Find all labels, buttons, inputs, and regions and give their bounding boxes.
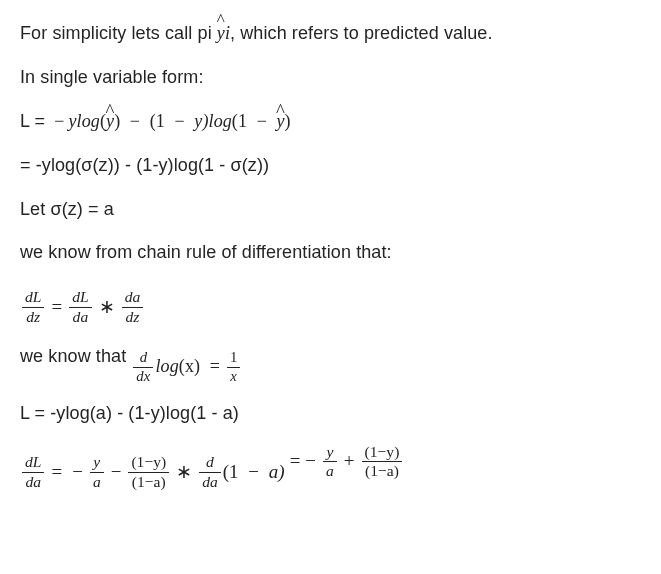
op-eq-logx: = bbox=[200, 356, 225, 376]
op-neg: − bbox=[50, 111, 68, 131]
num-y: y bbox=[90, 454, 104, 472]
op-eq-chain: = bbox=[46, 294, 67, 321]
den-1ma: (1−a) bbox=[128, 473, 169, 490]
para-dlogx: we know that d dx log(x) = 1 x bbox=[20, 343, 641, 384]
frac-dL-da2: dL da bbox=[22, 454, 44, 490]
den-da: da bbox=[69, 308, 91, 325]
yhat-1: y bbox=[106, 108, 114, 136]
frac-d-dx: d dx bbox=[133, 350, 153, 384]
text-weknow: we know that bbox=[20, 346, 131, 366]
op-minus-1: − bbox=[120, 111, 149, 131]
eq-dL-da: dL da = − y a − (1−y) (1−a) ∗ d da (1 − … bbox=[20, 454, 285, 490]
para-single-var: In single variable form: bbox=[20, 64, 641, 92]
frac-dL-dz: dL dz bbox=[22, 289, 44, 325]
eq-loss-def: L = −ylog(y) − (1 − y)log(1 − y) bbox=[20, 108, 641, 136]
hat-y: y bbox=[217, 20, 225, 48]
den-dx: dx bbox=[133, 368, 153, 385]
frac-da-dz: da dz bbox=[122, 289, 144, 325]
frac-y-a-2: y a bbox=[323, 444, 337, 480]
op-ast-dlda: ∗ bbox=[171, 459, 197, 486]
seg-ylog2: y)log bbox=[194, 111, 231, 131]
num-dL: dL bbox=[22, 289, 44, 307]
hat-y-base: y bbox=[217, 23, 225, 43]
open-1my: (1 bbox=[150, 111, 165, 131]
num-1my: (1−y) bbox=[128, 454, 169, 472]
seg-log: log bbox=[155, 356, 178, 376]
close-paren-2: ) bbox=[285, 111, 291, 131]
frac-d-da: d da bbox=[199, 454, 221, 490]
op-minus-dlda: − bbox=[106, 459, 127, 486]
close-1ma: a) bbox=[269, 461, 285, 482]
op-minus-inner: − bbox=[165, 111, 194, 131]
op-neg-dlda: − bbox=[67, 459, 88, 486]
den-da3: da bbox=[199, 473, 221, 490]
math-yhat-i: yi bbox=[217, 23, 230, 43]
den-da2: da bbox=[22, 473, 44, 490]
den-dz: dz bbox=[22, 308, 44, 325]
num-dL3: dL bbox=[22, 454, 44, 472]
para-let-sigma-a: Let σ(z) = a bbox=[20, 196, 641, 224]
seg-paren-x: (x) bbox=[179, 356, 200, 376]
num-da: da bbox=[122, 289, 144, 307]
op-eq-dlda: = bbox=[46, 459, 67, 486]
den-1ma2: (1−a) bbox=[362, 462, 403, 479]
eq-chain-rule: dL dz = dL da ∗ da dz bbox=[20, 289, 145, 325]
eq-loss-sigma: = -ylog(σ(z)) - (1-y)log(1 - σ(z)) bbox=[20, 152, 641, 180]
text-pre: For simplicity lets call pi bbox=[20, 23, 217, 43]
frac-1my-1ma: (1−y) (1−a) bbox=[128, 454, 169, 490]
text-post: , which refers to predicted value. bbox=[230, 23, 493, 43]
num-1my2: (1−y) bbox=[362, 444, 403, 462]
op-minus-2: − bbox=[247, 111, 276, 131]
num-1: 1 bbox=[227, 350, 240, 368]
den-dz2: dz bbox=[122, 308, 144, 325]
num-dL2: dL bbox=[69, 289, 91, 307]
num-d: d bbox=[133, 350, 153, 368]
eq1-body: −ylog(y) − (1 − y)log(1 − y) bbox=[50, 111, 290, 131]
den-a: a bbox=[90, 473, 104, 490]
para-chain-rule: we know from chain rule of differentiati… bbox=[20, 239, 641, 267]
seg-1ma: (1 − a) bbox=[223, 459, 285, 486]
den-x: x bbox=[227, 368, 240, 385]
eq1-lead: L = bbox=[20, 111, 50, 131]
yhat-2-base: y bbox=[276, 111, 284, 131]
seg-logx: log(x) = bbox=[155, 353, 224, 381]
den-a2: a bbox=[323, 462, 337, 479]
open-paren-2: (1 bbox=[232, 111, 247, 131]
para-simplicity: For simplicity lets call pi yi, which re… bbox=[20, 20, 641, 48]
open-1ma: (1 bbox=[223, 461, 239, 482]
num-y2: y bbox=[323, 444, 337, 462]
frac-1-x: 1 x bbox=[227, 350, 240, 384]
frac-dL-da: dL da bbox=[69, 289, 91, 325]
eq-L-in-a: L = -ylog(a) - (1-y)log(1 - a) bbox=[20, 400, 641, 428]
op-plus-eq4: + bbox=[339, 448, 360, 475]
op-neg-eq4: − bbox=[300, 448, 321, 475]
eq4-eq: = bbox=[290, 448, 301, 475]
num-d2: d bbox=[199, 454, 221, 472]
frac-1my-1ma-2: (1−y) (1−a) bbox=[362, 444, 403, 480]
eq-dL-da-simplified: = − y a + (1−y) (1−a) bbox=[290, 444, 405, 480]
op-minus-1ma: − bbox=[239, 461, 269, 482]
seg-ylog: ylog bbox=[69, 111, 100, 131]
op-ast-chain: ∗ bbox=[94, 294, 120, 321]
yhat-1-base: y bbox=[106, 111, 114, 131]
frac-y-a: y a bbox=[90, 454, 104, 490]
yhat-2: y bbox=[276, 108, 284, 136]
